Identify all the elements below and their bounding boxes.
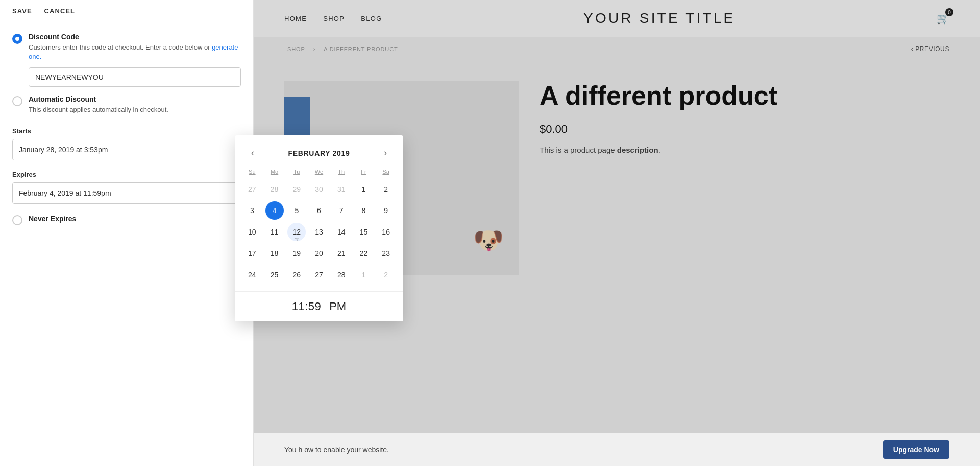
product-title: A different product: [540, 81, 949, 110]
day-header-mo: Mo: [263, 167, 286, 177]
calendar-day[interactable]: 4: [265, 201, 284, 220]
calendar-day[interactable]: 14: [332, 223, 351, 241]
left-content: Discount Code Customers enter this code …: [0, 22, 253, 236]
starts-value[interactable]: January 28, 2019 at 3:53pm: [12, 139, 241, 160]
starts-label: Starts: [12, 127, 241, 135]
discount-code-radio[interactable]: [12, 34, 22, 44]
calendar-day[interactable]: 19: [287, 244, 306, 263]
calendar-day[interactable]: 2: [377, 266, 395, 284]
starts-section: Starts January 28, 2019 at 3:53pm: [12, 127, 241, 160]
calendar-day[interactable]: 21: [332, 244, 351, 263]
day-header-fr: Fr: [353, 167, 375, 177]
calendar-day[interactable]: 31: [332, 180, 351, 198]
left-panel: SAVE CANCEL Discount Code Customers ente…: [0, 0, 254, 466]
calendar-day[interactable]: 2: [377, 180, 395, 198]
day-header-su: Su: [241, 167, 263, 177]
calendar-header: ‹ FEBRUARY 2019 ›: [235, 135, 403, 167]
never-expires-label: Never Expires: [29, 215, 76, 223]
expires-value[interactable]: February 4, 2019 at 11:59pm: [12, 182, 241, 204]
breadcrumb-separator: ›: [313, 46, 316, 52]
calendar-overlay: ‹ FEBRUARY 2019 › Su Mo Tu We Th Fr Sa 2…: [235, 135, 403, 321]
calendar-day[interactable]: 12☞: [287, 223, 306, 241]
calendar-day[interactable]: 27: [243, 180, 261, 198]
product-price: $0.00: [540, 123, 949, 136]
calendar-day[interactable]: 11: [265, 223, 284, 241]
automatic-discount-label: Automatic Discount: [29, 95, 168, 103]
breadcrumb-shop[interactable]: SHOP: [287, 46, 305, 52]
time-display[interactable]: 11:59: [292, 300, 321, 313]
calendar-day[interactable]: 5: [287, 201, 306, 220]
calendar-day[interactable]: 8: [354, 201, 373, 220]
save-button[interactable]: SAVE: [12, 7, 32, 15]
site-nav: HOME SHOP BLOG: [284, 15, 382, 22]
discount-code-option[interactable]: Discount Code Customers enter this code …: [12, 33, 241, 87]
breadcrumb-product[interactable]: A DIFFERENT PRODUCT: [324, 46, 398, 52]
calendar-day[interactable]: 28: [265, 180, 284, 198]
never-expires-option[interactable]: Never Expires: [12, 214, 241, 225]
product-description: This is a product page description.: [540, 144, 949, 156]
top-bar: SAVE CANCEL: [0, 0, 253, 22]
calendar-days: 2728293031123456789101112☞13141516171819…: [241, 179, 397, 285]
breadcrumb: SHOP › A DIFFERENT PRODUCT: [284, 46, 401, 52]
calendar-day[interactable]: 20: [310, 244, 328, 263]
calendar-prev-button[interactable]: ‹: [247, 146, 258, 160]
nav-blog[interactable]: BLOG: [361, 15, 382, 22]
calendar-day[interactable]: 29: [287, 180, 306, 198]
discount-type-group: Discount Code Customers enter this code …: [12, 33, 241, 115]
automatic-discount-radio[interactable]: [12, 96, 22, 106]
calendar-day[interactable]: 17: [243, 244, 261, 263]
expires-label: Expires: [12, 171, 241, 178]
product-details: A different product $0.00 This is a prod…: [540, 81, 949, 275]
discount-code-label: Discount Code: [29, 33, 241, 41]
automatic-discount-option[interactable]: Automatic Discount This discount applies…: [12, 95, 241, 114]
automatic-discount-desc: This discount applies automatically in c…: [29, 105, 168, 114]
breadcrumb-bar: SHOP › A DIFFERENT PRODUCT ‹ PREVIOUS: [254, 37, 980, 61]
calendar-day[interactable]: 6: [310, 201, 328, 220]
calendar-day[interactable]: 28: [332, 266, 351, 284]
dog-emoji: 🐶: [473, 226, 504, 255]
calendar-day[interactable]: 3: [243, 201, 261, 220]
calendar-day-headers: Su Mo Tu We Th Fr Sa: [241, 167, 397, 177]
site-header: HOME SHOP BLOG YOUR SITE TITLE 🛒 0: [254, 0, 980, 37]
upgrade-text: You h ow to enable your website.: [284, 446, 389, 454]
calendar-day[interactable]: 18: [265, 244, 284, 263]
calendar-day[interactable]: 26: [287, 266, 306, 284]
calendar-day[interactable]: 25: [265, 266, 284, 284]
site-title: YOUR SITE TITLE: [583, 10, 735, 27]
calendar-day[interactable]: 24: [243, 266, 261, 284]
calendar-day[interactable]: 22: [354, 244, 373, 263]
discount-code-desc: Customers enter this code at checkout. E…: [29, 43, 241, 61]
calendar-day[interactable]: 13: [310, 223, 328, 241]
cart-badge: 0: [945, 8, 953, 16]
cancel-button[interactable]: CANCEL: [44, 7, 75, 15]
previous-link[interactable]: ‹ PREVIOUS: [911, 45, 949, 53]
calendar-month-title: FEBRUARY 2019: [288, 149, 350, 157]
day-header-th: Th: [330, 167, 353, 177]
calendar-day[interactable]: 10: [243, 223, 261, 241]
day-header-we: We: [308, 167, 330, 177]
calendar-day[interactable]: 23: [377, 244, 395, 263]
nav-shop[interactable]: SHOP: [323, 15, 345, 22]
never-expires-radio[interactable]: [12, 215, 22, 225]
calendar-day[interactable]: 7: [332, 201, 351, 220]
calendar-footer: 11:59 PM: [235, 291, 403, 321]
calendar-day[interactable]: 1: [354, 180, 373, 198]
ampm-display[interactable]: PM: [329, 300, 346, 313]
calendar-day[interactable]: 30: [310, 180, 328, 198]
upgrade-button[interactable]: Upgrade Now: [883, 440, 949, 459]
calendar-day[interactable]: 15: [354, 223, 373, 241]
day-header-tu: Tu: [285, 167, 308, 177]
calendar-day[interactable]: 1: [354, 266, 373, 284]
day-header-sa: Sa: [375, 167, 397, 177]
calendar-next-button[interactable]: ›: [380, 146, 391, 160]
nav-home[interactable]: HOME: [284, 15, 307, 22]
calendar-day[interactable]: 9: [377, 201, 395, 220]
discount-code-input[interactable]: [29, 67, 241, 87]
calendar-day[interactable]: 27: [310, 266, 328, 284]
calendar-day[interactable]: 16: [377, 223, 395, 241]
upgrade-bar: You h ow to enable your website. Upgrade…: [254, 433, 980, 466]
cart-icon[interactable]: 🛒 0: [937, 12, 949, 25]
calendar-grid: Su Mo Tu We Th Fr Sa 2728293031123456789…: [235, 167, 403, 291]
expires-section: Expires February 4, 2019 at 11:59pm: [12, 171, 241, 204]
